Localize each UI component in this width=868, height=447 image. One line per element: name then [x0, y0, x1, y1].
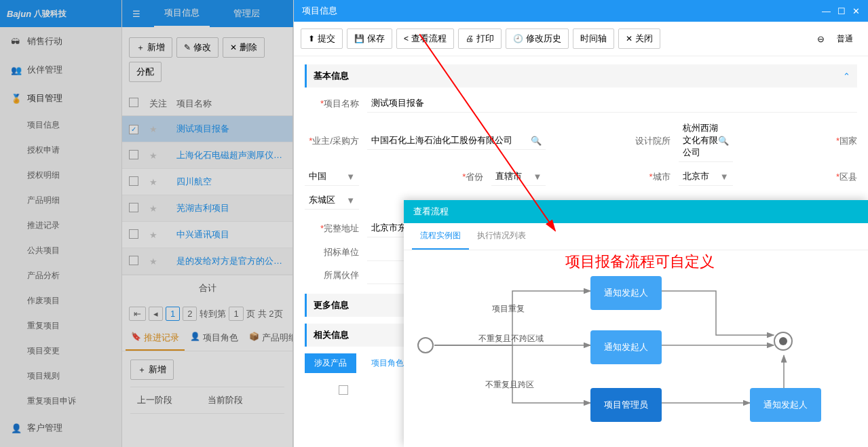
nav-sub-item[interactable]: 产品分析 — [0, 263, 121, 288]
star-icon[interactable]: ★ — [149, 177, 176, 187]
project-name-field[interactable]: 测试项目报备 — [367, 94, 857, 113]
nav-section-3[interactable]: 👤客户管理 — [0, 414, 121, 442]
row-checkbox[interactable] — [129, 176, 138, 186]
flow-node-notify-3[interactable]: 通知发起人 — [750, 388, 821, 422]
nav-section-0[interactable]: 🕶销售行动 — [0, 27, 121, 56]
search-icon[interactable]: 🔍 — [718, 136, 729, 146]
project-name-link[interactable]: 中兴通讯项目 — [176, 229, 286, 241]
chevron-down-icon[interactable]: ▼ — [720, 172, 729, 182]
history-button[interactable]: 🕘 修改历史 — [506, 28, 569, 49]
top-tab-management[interactable]: 管理层 — [223, 1, 270, 26]
nav-sub-item[interactable]: 授权申请 — [0, 138, 121, 163]
list-row[interactable]: ★上海化石电磁超声测厚仪X3... — [122, 142, 293, 169]
add-button[interactable]: ＋ 新增 — [129, 37, 172, 58]
prev-page[interactable]: ◂ — [149, 307, 163, 321]
flow-canvas: 项目报备流程可自定义 项目重复 不重复且不跨区域 不重复且跨区 通知发起人 通知… — [404, 250, 868, 440]
star-icon[interactable]: ★ — [149, 230, 176, 240]
timeline-button[interactable]: 时间轴 — [573, 28, 614, 49]
mode-toggle-icon[interactable]: ⊖ — [817, 34, 825, 44]
country-field[interactable]: 中国▼ — [305, 168, 359, 186]
nav-sub-item[interactable]: 推进记录 — [0, 213, 121, 238]
search-icon[interactable]: 🔍 — [531, 136, 542, 146]
section-basic[interactable]: 基本信息 ⌃ — [305, 64, 857, 88]
nav-sub-item[interactable]: 项目变更 — [0, 338, 121, 364]
nav-sub-item[interactable]: 重复项目申诉 — [0, 389, 121, 414]
sub-add-button[interactable]: ＋ 新增 — [130, 359, 174, 380]
star-icon[interactable]: ★ — [149, 203, 176, 214]
city-field[interactable]: 北京市▼ — [679, 168, 733, 186]
nav-icon: 🕶 — [11, 37, 22, 47]
flow-node-notify-2[interactable]: 通知发起人 — [590, 330, 662, 364]
maximize-icon[interactable]: ☐ — [837, 6, 846, 16]
project-name-link[interactable]: 是的发给对方是官方的公司... — [176, 255, 286, 267]
nav-sub-item[interactable]: 作废项目 — [0, 288, 121, 313]
star-icon[interactable]: ★ — [149, 151, 176, 161]
row-checkbox[interactable] — [129, 203, 138, 212]
nav-section-2[interactable]: 🏅项目管理 — [0, 84, 121, 113]
distribute-button[interactable]: 分配 — [129, 62, 162, 82]
mode-pill[interactable]: 普通 — [829, 31, 861, 47]
design-inst-field[interactable]: 杭州西湖文化有限公司🔍 — [679, 119, 733, 162]
nav-sub-item[interactable]: 公共项目 — [0, 238, 121, 263]
province-field[interactable]: 直辖市▼ — [491, 168, 546, 186]
nav-sub-item[interactable]: 产品明细 — [0, 188, 121, 213]
star-icon[interactable]: ★ — [149, 256, 176, 267]
nav-sub-item[interactable]: 项目规则 — [0, 364, 121, 389]
flow-node-notify-1[interactable]: 通知发起人 — [590, 276, 662, 310]
row-checkbox[interactable] — [129, 125, 138, 134]
page-1[interactable]: 1 — [166, 307, 180, 321]
edit-button[interactable]: ✎ 修改 — [176, 37, 219, 58]
nav-section-4[interactable]: 🛒订单管理 — [0, 442, 121, 447]
flow-popup-title: 查看流程 — [404, 200, 868, 223]
page-2[interactable]: 2 — [183, 307, 197, 321]
chevron-down-icon[interactable]: ▼ — [533, 172, 542, 182]
project-name-link[interactable]: 测试项目报备 — [176, 123, 286, 135]
select-all-checkbox[interactable] — [129, 98, 138, 107]
district-field[interactable]: 东城区▼ — [305, 191, 359, 210]
flow-end-node — [774, 332, 793, 351]
sub-tab-progress[interactable]: 🔖推进记录 — [126, 326, 185, 351]
nav-sub-item[interactable]: 项目信息 — [0, 113, 121, 138]
flow-tab-list[interactable]: 执行情况列表 — [469, 223, 534, 250]
flow-tab-diagram[interactable]: 流程实例图 — [412, 223, 469, 250]
top-tab-project-info[interactable]: 项目信息 — [154, 0, 210, 27]
row-checkbox[interactable] — [129, 256, 138, 265]
list-row[interactable]: ★中兴通讯项目 — [122, 222, 293, 248]
flow-node-admin[interactable]: 项目管理员 — [590, 388, 662, 422]
row-checkbox[interactable] — [129, 229, 138, 239]
view-flow-button[interactable]: < 查看流程 — [396, 28, 454, 49]
minimize-icon[interactable]: — — [822, 6, 831, 16]
pagination: ⇤ ◂ 1 2 转到第 1 页 共 2页 — [122, 301, 293, 326]
list-row[interactable]: ★四川航空 — [122, 169, 293, 195]
chevron-down-icon[interactable]: ▼ — [346, 172, 355, 182]
list-row[interactable]: ★是的发给对方是官方的公司... — [122, 248, 293, 275]
goto-input[interactable]: 1 — [229, 307, 243, 321]
owner-field[interactable]: 中国石化上海石油化工股份有限公司🔍 — [367, 132, 546, 150]
hamburger-icon[interactable]: ☰ — [132, 9, 140, 19]
delete-button[interactable]: ✕ 删除 — [223, 37, 265, 58]
related-checkbox[interactable] — [339, 385, 348, 395]
close-window-icon[interactable]: ✕ — [852, 6, 860, 16]
project-name-link[interactable]: 四川航空 — [176, 176, 286, 188]
related-tab-products[interactable]: 涉及产品 — [305, 353, 356, 373]
star-icon[interactable]: ★ — [149, 124, 176, 134]
project-name-link[interactable]: 上海化石电磁超声测厚仪X3... — [176, 149, 286, 161]
list-row[interactable]: ★测试项目报备 — [122, 116, 293, 142]
project-name-link[interactable]: 芜湖吉利项目 — [176, 202, 286, 214]
nav-sub-item[interactable]: 授权明细 — [0, 163, 121, 188]
nav-sub-item[interactable]: 重复项目 — [0, 313, 121, 338]
save-button[interactable]: 💾 保存 — [347, 28, 392, 49]
list-toolbar: ＋ 新增 ✎ 修改 ✕ 删除 分配 — [122, 27, 293, 92]
sub-tab-roles[interactable]: 👤项目角色 — [185, 326, 244, 351]
print-button[interactable]: 🖨 打印 — [458, 28, 502, 49]
sub-table-header: 上一阶段当前阶段 — [130, 387, 284, 414]
chevron-up-icon[interactable]: ⌃ — [843, 71, 850, 81]
submit-button[interactable]: ⬆ 提交 — [301, 28, 343, 49]
list-row[interactable]: ★芜湖吉利项目 — [122, 195, 293, 222]
first-page[interactable]: ⇤ — [129, 307, 146, 321]
sub-tab-products[interactable]: 📦产品明细 — [244, 326, 293, 351]
nav-section-1[interactable]: 👥伙伴管理 — [0, 56, 121, 84]
row-checkbox[interactable] — [129, 150, 138, 159]
chevron-down-icon[interactable]: ▼ — [346, 195, 355, 206]
close-button[interactable]: ✕ 关闭 — [618, 28, 660, 49]
